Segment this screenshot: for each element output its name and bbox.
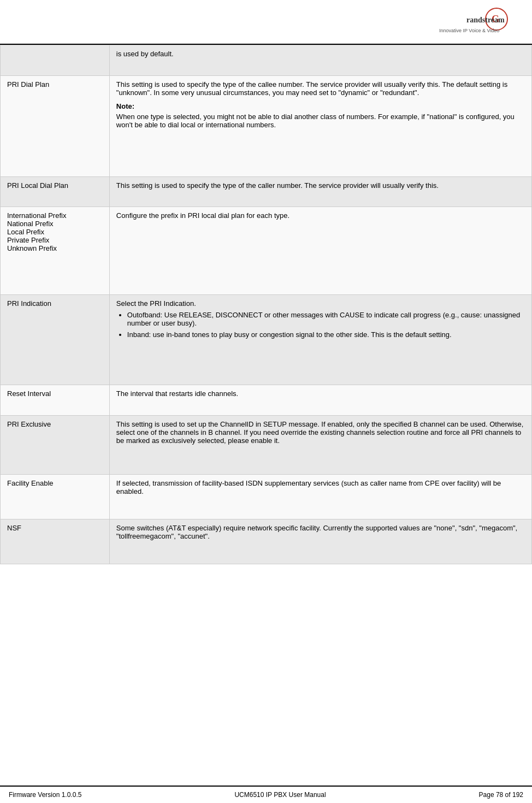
table-row-nsf: NSFSome switches (AT&T especially) requi… [1,519,532,564]
label-pri-exclusive: PRI Exclusive [1,416,110,475]
page-header: G Innovative IP Voice & Video randstream [0,0,532,45]
table-row-pri-dial-plan: PRI Dial PlanThis setting is used to spe… [1,75,532,176]
svg-text:randstream: randstream [466,16,505,24]
desc-facility-enable: If selected, transmission of facility-ba… [109,475,531,519]
table-row-prefix-group: International PrefixNational PrefixLocal… [1,207,532,294]
desc-pri-local-dial-plan: This setting is used to specify the type… [109,176,531,207]
table-row-pri-local-dial-plan: PRI Local Dial PlanThis setting is used … [1,176,532,207]
desc-pri-dial-plan: This setting is used to specify the type… [109,75,531,176]
desc-main-pri-dial-plan: This setting is used to specify the type… [116,80,525,97]
table-row-facility-enable: Facility EnableIf selected, transmission… [1,475,532,519]
content-table: is used by default.PRI Dial PlanThis set… [0,45,532,564]
label-pri-dial-plan: PRI Dial Plan [1,75,110,176]
page-footer: Firmware Version 1.0.0.5 UCM6510 IP PBX … [0,786,532,803]
bullet-list-pri-indication: Outofband: Use RELEASE, DISCONNECT or ot… [127,311,525,339]
footer-left: Firmware Version 1.0.0.5 [9,791,81,799]
page-wrapper: G Innovative IP Voice & Video randstream… [0,0,532,803]
bullet-item-pri-indication-1: Inband: use in-band tones to play busy o… [127,330,525,339]
table-row-pri-indication: PRI IndicationSelect the PRI Indication.… [1,294,532,385]
label-pri-indication: PRI Indication [1,294,110,385]
note-text-pri-dial-plan: When one type is selected, you might not… [116,113,525,129]
desc-pri-indication: Select the PRI Indication.Outofband: Use… [109,294,531,385]
grandstream-logo: G Innovative IP Voice & Video randstream [436,7,518,37]
desc-nsf: Some switches (AT&T especially) require … [109,519,531,564]
desc-reset-interval: The interval that restarts idle channels… [109,385,531,416]
label-facility-enable: Facility Enable [1,475,110,519]
logo-area: G Innovative IP Voice & Video randstream [434,5,521,38]
label-prefix-group: International PrefixNational PrefixLocal… [1,207,110,294]
desc-intro: is used by default. [109,45,531,76]
desc-pri-exclusive: This setting is used to set up the Chann… [109,416,531,475]
footer-center: UCM6510 IP PBX User Manual [234,791,326,799]
note-label-pri-dial-plan: Note: [116,102,525,110]
table-row-intro: is used by default. [1,45,532,76]
footer-right: Page 78 of 192 [479,791,523,799]
label-intro [1,45,110,76]
bullet-intro-pri-indication: Select the PRI Indication. [116,299,525,308]
bullet-item-pri-indication-0: Outofband: Use RELEASE, DISCONNECT or ot… [127,311,525,327]
label-reset-interval: Reset Interval [1,385,110,416]
svg-text:Innovative IP Voice & Video: Innovative IP Voice & Video [439,28,499,33]
table-row-pri-exclusive: PRI ExclusiveThis setting is used to set… [1,416,532,475]
label-nsf: NSF [1,519,110,564]
table-row-reset-interval: Reset IntervalThe interval that restarts… [1,385,532,416]
desc-prefix-group: Configure the prefix in PRI local dial p… [109,207,531,294]
label-pri-local-dial-plan: PRI Local Dial Plan [1,176,110,207]
